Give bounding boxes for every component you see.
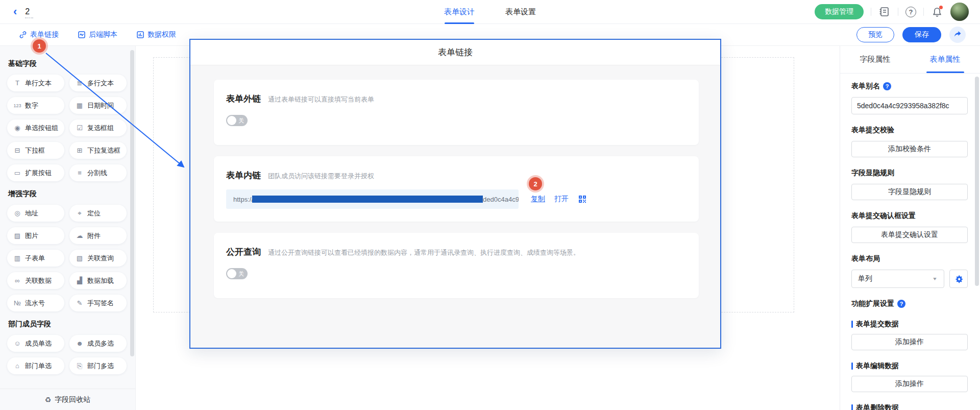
open-link-button[interactable]: 打开 [554,195,569,204]
panel-scrollbar[interactable] [975,77,979,286]
panel-content: 表单别名?表单提交校验添加校验条件字段显隐规则字段显隐规则表单提交确认框设置表单… [840,74,980,410]
copy-link-button[interactable]: 复制 [531,195,545,204]
field-item[interactable]: ▦日期时间 [69,97,127,114]
relate-query-icon: ▧ [76,254,84,262]
toggle-knob [227,116,236,125]
form-edit-data-button[interactable]: 添加操作 [851,376,968,392]
panel-group-label: 表单删除数据 [851,403,968,410]
contacts-card-icon[interactable] [878,6,891,18]
dropdown-icon: ⊟ [13,147,21,154]
panel-group-label: 表单别名? [851,82,968,91]
sidebar-scrollbar[interactable] [130,50,134,356]
field-item[interactable]: №流水号 [7,295,64,311]
image-icon: ▨ [13,232,21,239]
field-recycle-bin-button[interactable]: ♻ 字段回收站 [0,389,135,410]
field-item[interactable]: ▧关联查询 [69,250,127,267]
field-item[interactable]: ⌂部门单选 [7,357,64,374]
header-separator [871,8,871,16]
field-item-label: 部门单选 [25,361,52,371]
avatar[interactable] [950,3,969,21]
step-1-badge: 1 [33,39,46,53]
address-icon: ◎ [13,209,21,217]
extend-button-icon: ▭ [13,169,21,177]
share-button[interactable] [949,27,966,43]
field-visibility-rules-button[interactable]: 字段显隐规则 [851,184,968,200]
field-item[interactable]: ⌖定位 [69,205,127,222]
field-item[interactable]: ⎘部门多选 [69,357,127,374]
field-item[interactable]: ▨图片 [7,227,64,244]
field-item[interactable]: ◉单选按钮组 [7,119,64,136]
field-item-label: 成员多选 [87,339,114,348]
panel-group-label-text: 表单别名 [851,82,880,91]
field-item-label: 图片 [25,231,38,240]
qr-code-icon[interactable] [578,195,587,204]
subform-icon: ▥ [13,254,21,262]
layout-gear-button[interactable] [949,270,968,288]
preview-button[interactable]: 预览 [856,27,894,42]
backend-script-button[interactable]: 后端脚本 [78,30,117,39]
field-item[interactable]: ☑复选框组 [69,119,127,136]
field-item[interactable]: ⊞下拉复选框 [69,142,127,159]
toolbar-link-label: 表单链接 [30,30,59,39]
attachment-icon: ☁ [76,232,84,239]
card-desc: 通过表单链接可以直接填写当前表单 [268,95,374,104]
select-value: 单列 [858,274,872,283]
field-item[interactable]: ▥子表单 [7,250,64,267]
field-item[interactable]: ☺成员单选 [7,335,64,352]
field-item[interactable]: ⊟下拉框 [7,142,64,159]
section-accent-bar [851,404,853,410]
serial-number-icon: № [13,299,21,307]
panel-group-label: 表单布局 [851,254,968,263]
panel-group-submit-confirm-settings: 表单提交确认框设置表单提交确认设置 [851,211,968,243]
tab-form-settings[interactable]: 表单设置 [505,0,536,24]
field-item[interactable]: T单行文本 [7,75,64,91]
panel-tab-form-props[interactable]: 表单属性 [910,46,980,73]
submit-confirm-settings-button[interactable]: 表单提交确认设置 [851,227,968,243]
form-submit-data-button[interactable]: 添加操作 [851,334,968,350]
panel-group-label-text: 表单布局 [851,254,880,263]
back-button[interactable]: ‹ [13,6,17,17]
notification-bell-icon[interactable] [931,6,943,18]
help-icon[interactable]: ? [883,82,891,90]
help-icon[interactable]: ? [897,300,905,308]
panel-tab-field-props[interactable]: 字段属性 [840,46,910,73]
internal-link-url: https://ded0c4a4c9293958a382f8c [226,189,519,209]
panel-group-label-text: 表单提交确认框设置 [851,211,916,221]
data-permission-button[interactable]: 数据权限 [136,30,176,39]
field-item[interactable]: ∞关联数据 [7,272,64,289]
form-layout-select[interactable]: 单列▼ [851,270,944,288]
field-item[interactable]: ◎地址 [7,205,64,222]
panel-group-label-text: 字段显隐规则 [851,168,894,178]
url-prefix: https:// [233,196,253,203]
toggle-state-label: 关 [238,270,244,277]
field-item-label: 子表单 [25,254,45,263]
section-accent-bar [851,321,853,328]
field-item-label: 单行文本 [25,79,52,88]
recycle-icon: ♻ [45,396,52,404]
field-item[interactable]: ▟数据加载 [69,272,127,289]
field-item[interactable]: ≣多行文本 [69,75,127,91]
help-icon[interactable]: ? [905,7,916,17]
share-arrow-icon [953,30,962,40]
field-item[interactable]: ✎手写签名 [69,295,127,311]
form-alias-input[interactable] [851,97,968,114]
field-item[interactable]: ☁附件 [69,227,127,244]
field-item[interactable]: ▭扩展按钮 [7,164,64,181]
field-item-label: 成员单选 [25,339,52,348]
tab-form-design[interactable]: 表单设计 [444,0,475,24]
external-link-toggle[interactable]: 关 [226,115,248,126]
signature-icon: ✎ [76,299,84,307]
data-manage-button[interactable]: 数据管理 [815,4,864,19]
field-item[interactable]: 123数字 [7,97,64,114]
link-card-external-link: 表单外链通过表单链接可以直接填写当前表单关 [214,80,699,145]
field-item[interactable]: ≡分割线 [69,164,127,181]
header-right: 数据管理 ? [815,3,980,21]
submit-validation-button[interactable]: 添加校验条件 [851,141,968,157]
public-query-toggle[interactable]: 关 [226,268,248,279]
form-link-button[interactable]: 表单链接 [19,30,59,39]
relate-data-icon: ∞ [13,277,21,284]
save-button[interactable]: 保存 [902,27,941,42]
field-item[interactable]: ☻成员多选 [69,335,127,352]
panel-group-function-extension-settings: 功能扩展设置? [851,299,968,308]
field-item-label: 复选框组 [87,124,114,133]
